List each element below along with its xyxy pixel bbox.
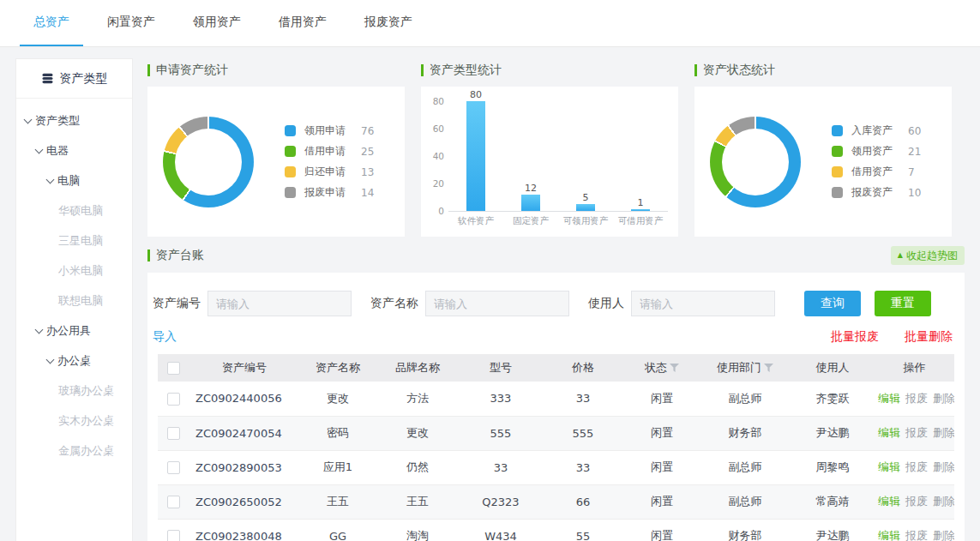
scrap-link[interactable]: 报废 [905,460,928,473]
tree-item-11[interactable]: 实木办公桌 [16,406,132,436]
delete-link[interactable]: 删除 [933,495,954,508]
tree-item-4[interactable]: 华硕电脑 [16,195,132,225]
legend-label: 归还申请 [304,165,361,179]
cell-department: 副总师 [700,382,791,416]
edit-link[interactable]: 编辑 [878,495,900,508]
collapse-button-label: 收起趋势图 [906,249,958,263]
user-input[interactable] [631,291,775,316]
delete-link[interactable]: 删除 [933,529,954,541]
tab-5[interactable]: 报废资产 [351,0,426,46]
scrap-link[interactable]: 报废 [905,495,928,508]
batch-scrap-link[interactable]: 批量报废 [831,329,879,345]
tree-item-label: 办公用具 [46,323,91,339]
row-checkbox[interactable] [167,530,180,541]
search-button[interactable]: 查询 [804,291,861,316]
tree-item-2[interactable]: 电器 [16,135,132,165]
cell-department: 副总师 [700,450,791,484]
legend-item[interactable]: 借用申请25 [285,144,374,159]
delete-link[interactable]: 删除 [933,392,954,405]
chart-legend: 入库资产60领用资产21借用资产7报废资产10 [832,117,921,206]
collapse-trend-button[interactable]: ▲ 收起趋势图 [891,246,965,265]
column-header-2: 资产名称 [300,354,376,382]
legend-item[interactable]: 领用资产21 [832,144,921,159]
donut-chart [710,117,801,207]
tree-item-label: 电器 [46,143,69,159]
table-row: ZC0902470054密码更改555555闲置财务部尹达鹏编辑报废删除 [158,416,954,450]
edit-link[interactable]: 编辑 [878,529,900,541]
delete-link[interactable]: 删除 [933,460,954,473]
column-header-4: 型号 [460,354,542,382]
tab-3[interactable]: 领用资产 [179,0,255,46]
scrap-link[interactable]: 报废 [905,426,928,439]
user-filter: 使用人 [588,291,775,316]
filters: 资产编号资产名称使用人 [153,291,794,316]
legend-label: 领用申请 [304,123,361,138]
legend-label: 借用资产 [851,165,908,179]
edit-link[interactable]: 编辑 [878,392,900,405]
tab-2[interactable]: 闲置资产 [93,0,169,46]
scrap-link[interactable]: 报废 [905,529,928,541]
import-link[interactable]: 导入 [153,329,177,345]
top-tab-bar: 总资产闲置资产领用资产借用资产报废资产 [0,0,980,47]
asset-no-input[interactable] [207,291,352,316]
reset-button[interactable]: 重置 [875,291,931,316]
legend-item[interactable]: 借用资产7 [832,165,921,179]
cell-asset-no: ZC0902380048 [189,519,300,541]
tree-item-label: 电脑 [57,173,80,189]
tab-4[interactable]: 借用资产 [265,0,340,46]
bar[interactable] [576,204,595,211]
delete-link[interactable]: 删除 [933,426,954,439]
asset-table: 资产编号资产名称品牌名称型号价格状态使用部门使用人操作 ZC0902440056… [158,354,954,541]
ledger-title-row: 资产台账 ▲ 收起趋势图 [147,246,965,265]
legend-item[interactable]: 报废申请14 [285,185,374,200]
row-checkbox[interactable] [167,496,180,508]
column-header-3: 品牌名称 [376,354,460,382]
tree-item-8[interactable]: 办公用具 [16,316,132,346]
tree-item-7[interactable]: 联想电脑 [16,286,132,316]
cell-asset-name: 应用1 [300,450,376,484]
tree-item-1[interactable]: 资产类型 [16,105,132,135]
scrap-link[interactable]: 报废 [905,392,928,405]
tree-item-label: 实木办公桌 [58,413,114,429]
bar[interactable] [631,209,650,211]
legend-item[interactable]: 领用申请76 [285,123,374,138]
asset-table-wrap: 资产编号资产名称品牌名称型号价格状态使用部门使用人操作 ZC0902440056… [158,354,954,541]
edit-link[interactable]: 编辑 [878,460,900,473]
cell-asset-no: ZC0902890053 [189,450,300,484]
table-row: ZC0902380048GG淘淘W43455闲置财务部尹达鹏编辑报废删除 [158,519,954,541]
select-all-checkbox[interactable] [167,362,180,375]
tree-item-3[interactable]: 电脑 [16,165,132,195]
sidebar-header-label: 资产类型 [60,71,108,87]
filter-icon[interactable] [670,364,679,372]
bar-slot: 12 [503,101,558,211]
y-axis-tick: 20 [433,178,444,189]
asset-name-input[interactable] [425,291,569,316]
cell-user: 尹达鹏 [791,416,875,450]
tree-item-6[interactable]: 小米电脑 [16,255,132,286]
tree-item-12[interactable]: 金属办公桌 [16,436,132,466]
row-checkbox[interactable] [167,427,180,440]
row-checkbox[interactable] [167,461,180,474]
legend-item[interactable]: 报废资产10 [832,185,921,200]
row-select-cell [158,382,189,416]
legend-value: 13 [361,166,374,178]
tab-1[interactable]: 总资产 [20,0,83,46]
database-icon [41,72,54,85]
asset-status-stats-card: 入库资产60领用资产21借用资产7报废资产10 [694,87,952,237]
tree-item-9[interactable]: 办公桌 [16,346,132,376]
filter-icon[interactable] [764,364,773,372]
batch-delete-link[interactable]: 批量删除 [905,329,953,345]
bar[interactable] [466,101,485,211]
legend-item[interactable]: 归还申请13 [285,165,374,179]
tree-item-5[interactable]: 三星电脑 [16,225,132,255]
cell-model: 333 [460,382,542,416]
ledger-card: 资产编号资产名称使用人 查询 重置 导入 批量报废 批量删除 资产编号资产名称品… [147,273,965,541]
bar[interactable] [521,195,540,211]
tree-item-10[interactable]: 玻璃办公桌 [16,376,132,406]
row-checkbox[interactable] [167,393,180,406]
asset-type-tree: 资产类型电器电脑华硕电脑三星电脑小米电脑联想电脑办公用具办公桌玻璃办公桌实木办公… [16,99,132,466]
pie-chart: 入库资产60领用资产21借用资产7报废资产10 [694,87,952,237]
edit-link[interactable]: 编辑 [878,426,900,439]
legend-item[interactable]: 入库资产60 [832,123,921,138]
cell-brand: 仍然 [376,450,460,484]
